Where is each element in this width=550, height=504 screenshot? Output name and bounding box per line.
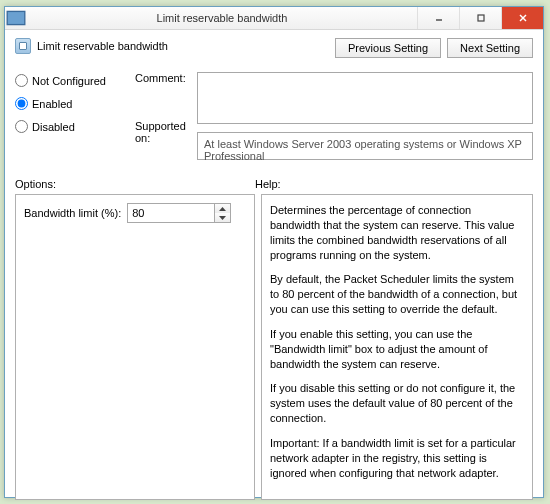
help-paragraph: Determines the percentage of connection … — [270, 203, 524, 262]
supported-on-box: At least Windows Server 2003 operating s… — [197, 132, 533, 160]
panels: Bandwidth limit (%): — [15, 194, 533, 500]
titlebar: Limit reservable bandwidth — [5, 7, 543, 30]
radio-not-configured[interactable]: Not Configured — [15, 74, 133, 87]
window-title: Limit reservable bandwidth — [27, 12, 417, 24]
radio-not-configured-label: Not Configured — [32, 75, 106, 87]
policy-icon — [15, 38, 31, 54]
spinner-down-button[interactable] — [215, 213, 230, 222]
spinner-up-button[interactable] — [215, 204, 230, 213]
app-icon — [5, 7, 27, 29]
minimize-button[interactable] — [417, 7, 459, 29]
options-label: Options: — [15, 178, 255, 190]
help-panel: Determines the percentage of connection … — [261, 194, 533, 500]
radio-disabled-label: Disabled — [32, 121, 75, 133]
options-panel: Bandwidth limit (%): — [15, 194, 255, 500]
comment-label: Comment: — [135, 72, 195, 84]
heading-row: Limit reservable bandwidth Previous Sett… — [15, 38, 533, 58]
config-grid: Not Configured Enabled Disabled Comment:… — [15, 72, 533, 160]
window-body: Limit reservable bandwidth Previous Sett… — [5, 30, 543, 504]
help-label: Help: — [255, 178, 281, 190]
previous-setting-button[interactable]: Previous Setting — [335, 38, 441, 58]
state-radios: Not Configured Enabled Disabled — [15, 72, 133, 133]
bandwidth-limit-input[interactable] — [128, 204, 214, 222]
svg-rect-0 — [7, 11, 25, 24]
policy-heading: Limit reservable bandwidth — [37, 40, 168, 52]
bandwidth-limit-spinner — [127, 203, 231, 223]
window-controls — [417, 7, 543, 29]
bandwidth-limit-label: Bandwidth limit (%): — [24, 207, 121, 219]
close-button[interactable] — [501, 7, 543, 29]
supported-label: Supported on: — [135, 120, 195, 144]
policy-editor-window: Limit reservable bandwidth Limit reserva… — [4, 6, 544, 498]
svg-rect-2 — [478, 15, 484, 21]
radio-enabled[interactable]: Enabled — [15, 97, 133, 110]
radio-not-configured-input[interactable] — [15, 74, 28, 87]
svg-marker-5 — [219, 207, 226, 211]
help-paragraph: Important: If a bandwidth limit is set f… — [270, 436, 524, 481]
help-paragraph: If you enable this setting, you can use … — [270, 327, 524, 372]
radio-enabled-input[interactable] — [15, 97, 28, 110]
help-paragraph: By default, the Packet Scheduler limits … — [270, 272, 524, 317]
svg-marker-6 — [219, 216, 226, 220]
comment-textarea[interactable] — [197, 72, 533, 124]
radio-disabled[interactable]: Disabled — [15, 120, 133, 133]
help-paragraph: If you disable this setting or do not co… — [270, 381, 524, 426]
radio-disabled-input[interactable] — [15, 120, 28, 133]
next-setting-button[interactable]: Next Setting — [447, 38, 533, 58]
radio-enabled-label: Enabled — [32, 98, 72, 110]
maximize-button[interactable] — [459, 7, 501, 29]
